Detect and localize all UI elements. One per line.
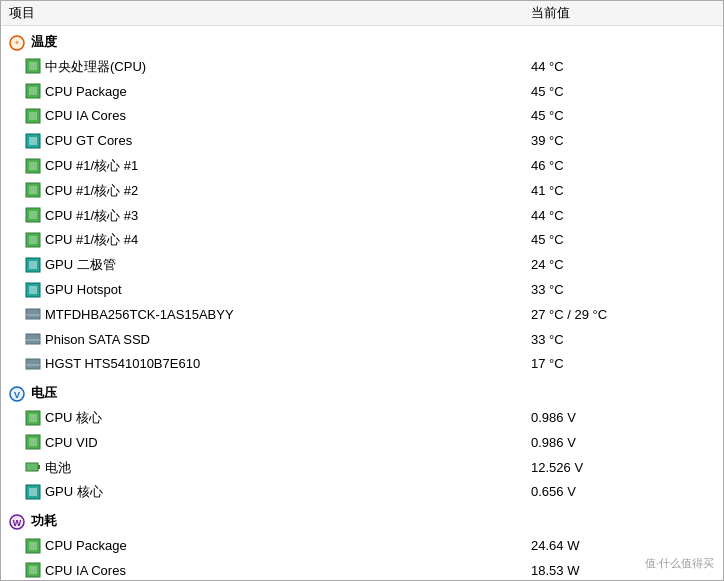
item-name: 电池 xyxy=(1,456,523,481)
item-value: 44 °C xyxy=(523,204,723,229)
item-value: 27 °C / 29 °C xyxy=(523,303,723,328)
section-label-voltage: V电压 xyxy=(1,377,723,406)
item-name: CPU Package xyxy=(1,80,523,105)
item-value: 46 °C xyxy=(523,154,723,179)
green-square-icon xyxy=(25,207,41,223)
item-value: 33 °C xyxy=(523,278,723,303)
table-row[interactable]: GPU 核心0.656 V xyxy=(1,480,723,505)
section-header-power: W功耗 xyxy=(1,505,723,534)
svg-text:°: ° xyxy=(15,39,19,49)
item-name: GPU 核心 xyxy=(1,480,523,505)
table-row[interactable]: CPU GT Cores39 °C xyxy=(1,129,723,154)
teal-square-icon xyxy=(25,257,41,273)
table-row[interactable]: GPU Hotspot33 °C xyxy=(1,278,723,303)
svg-rect-26 xyxy=(26,359,40,369)
item-name: CPU #1/核心 #3 xyxy=(1,204,523,229)
svg-rect-7 xyxy=(29,112,37,120)
green-square-icon xyxy=(25,232,41,248)
table-row[interactable]: 电池12.526 V xyxy=(1,456,723,481)
table-row[interactable]: GPU 二极管24 °C xyxy=(1,253,723,278)
svg-rect-34 xyxy=(26,463,38,471)
item-name: CPU GT Cores xyxy=(1,129,523,154)
svg-rect-33 xyxy=(29,438,37,446)
svg-rect-21 xyxy=(29,286,37,294)
svg-rect-9 xyxy=(29,137,37,145)
sensor-table: 项目 当前值 °温度中央处理器(CPU)44 °CCPU Package45 °… xyxy=(1,1,723,580)
teal-square-icon xyxy=(25,282,41,298)
green-square-icon xyxy=(25,58,41,74)
item-name: CPU VID xyxy=(1,431,523,456)
green-square-icon xyxy=(25,158,41,174)
item-value: 41 °C xyxy=(523,179,723,204)
table-row[interactable]: Phison SATA SSD33 °C xyxy=(1,328,723,353)
green-square-icon xyxy=(25,108,41,124)
table-row[interactable]: CPU 核心0.986 V xyxy=(1,406,723,431)
green-square-icon xyxy=(25,410,41,426)
svg-rect-13 xyxy=(29,186,37,194)
teal-square-icon xyxy=(25,133,41,149)
item-value: 45 °C xyxy=(523,228,723,253)
table-row[interactable]: CPU #1/核心 #241 °C xyxy=(1,179,723,204)
svg-rect-15 xyxy=(29,211,37,219)
item-value: 12.526 V xyxy=(523,456,723,481)
item-name: Phison SATA SSD xyxy=(1,328,523,353)
table-row[interactable]: CPU Package24.64 W xyxy=(1,534,723,559)
svg-rect-43 xyxy=(29,566,37,574)
green-square-icon xyxy=(25,182,41,198)
item-name: GPU Hotspot xyxy=(1,278,523,303)
svg-rect-17 xyxy=(29,236,37,244)
svg-rect-35 xyxy=(38,465,40,469)
table-row[interactable]: CPU IA Cores18.53 W xyxy=(1,559,723,580)
item-name: CPU 核心 xyxy=(1,406,523,431)
table-row[interactable]: CPU Package45 °C xyxy=(1,80,723,105)
table-row[interactable]: CPU #1/核心 #146 °C xyxy=(1,154,723,179)
table-row[interactable]: 中央处理器(CPU)44 °C xyxy=(1,55,723,80)
col-header-name: 项目 xyxy=(1,1,523,26)
item-name: CPU Package xyxy=(1,534,523,559)
section-header-temperature: °温度 xyxy=(1,26,723,55)
green-square-icon xyxy=(25,538,41,554)
table-row[interactable]: CPU IA Cores45 °C xyxy=(1,104,723,129)
teal-square-icon xyxy=(25,484,41,500)
item-name: CPU IA Cores xyxy=(1,104,523,129)
svg-text:V: V xyxy=(14,390,20,400)
section-label-power: W功耗 xyxy=(1,505,723,534)
table-row[interactable]: CPU #1/核心 #344 °C xyxy=(1,204,723,229)
gray-drive-icon xyxy=(25,306,41,322)
item-value: 39 °C xyxy=(523,129,723,154)
item-value: 24.64 W xyxy=(523,534,723,559)
item-name: CPU #1/核心 #4 xyxy=(1,228,523,253)
main-window: 项目 当前值 °温度中央处理器(CPU)44 °CCPU Package45 °… xyxy=(0,0,724,581)
svg-rect-37 xyxy=(29,488,37,496)
item-name: 中央处理器(CPU) xyxy=(1,55,523,80)
table-row[interactable]: HGST HTS541010B7E61017 °C xyxy=(1,352,723,377)
section-label-temperature: °温度 xyxy=(1,26,723,55)
svg-rect-22 xyxy=(26,309,40,319)
gray-drive-icon xyxy=(25,356,41,372)
table-row[interactable]: CPU #1/核心 #445 °C xyxy=(1,228,723,253)
item-value: 45 °C xyxy=(523,104,723,129)
watermark: 值·什么值得买 xyxy=(645,556,714,571)
svg-rect-31 xyxy=(29,414,37,422)
item-name: CPU #1/核心 #1 xyxy=(1,154,523,179)
item-name: CPU #1/核心 #2 xyxy=(1,179,523,204)
item-value: 45 °C xyxy=(523,80,723,105)
table-row[interactable]: MTFDHBA256TCK-1AS15ABYY27 °C / 29 °C xyxy=(1,303,723,328)
svg-rect-41 xyxy=(29,542,37,550)
item-name: CPU IA Cores xyxy=(1,559,523,580)
item-name: MTFDHBA256TCK-1AS15ABYY xyxy=(1,303,523,328)
green-square-icon xyxy=(25,83,41,99)
table-row[interactable]: CPU VID0.986 V xyxy=(1,431,723,456)
svg-rect-3 xyxy=(29,62,37,70)
gray-drive-icon xyxy=(25,331,41,347)
svg-rect-19 xyxy=(29,261,37,269)
green-square-icon xyxy=(25,562,41,578)
item-value: 0.656 V xyxy=(523,480,723,505)
item-value: 33 °C xyxy=(523,328,723,353)
item-value: 44 °C xyxy=(523,55,723,80)
item-value: 0.986 V xyxy=(523,406,723,431)
content-area[interactable]: 项目 当前值 °温度中央处理器(CPU)44 °CCPU Package45 °… xyxy=(1,1,723,580)
battery-icon xyxy=(25,459,41,475)
item-name: GPU 二极管 xyxy=(1,253,523,278)
svg-rect-11 xyxy=(29,162,37,170)
